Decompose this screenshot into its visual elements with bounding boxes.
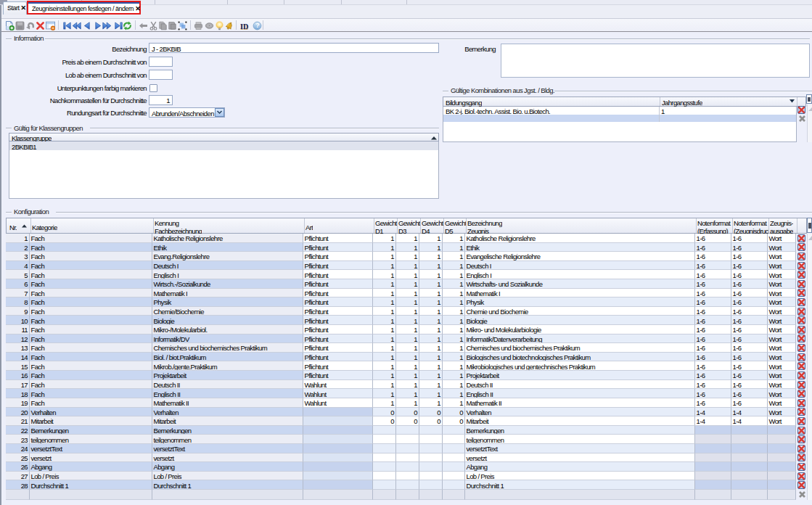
svg-text:?: ? xyxy=(255,22,259,29)
